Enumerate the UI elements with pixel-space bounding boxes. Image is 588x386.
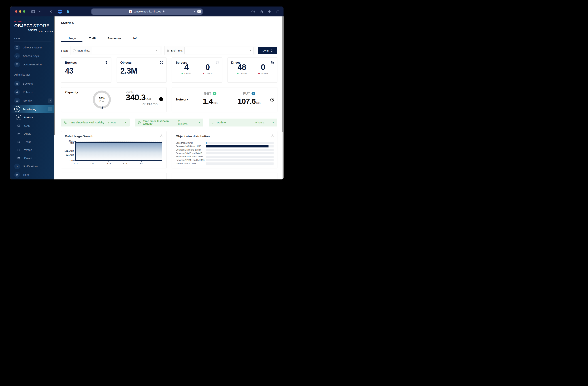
sidebar-toggle-icon[interactable] — [31, 10, 35, 14]
sidebar-item-monitoring[interactable]: Monitoring — [10, 105, 55, 113]
sidebar-item-logs[interactable]: Logs — [10, 122, 55, 130]
sidebar-item-trace[interactable]: Trace — [10, 138, 55, 146]
address-bar[interactable]: console.ns-3.ic.min.dev — [91, 8, 203, 15]
bucket-icon — [105, 61, 108, 64]
audit-icon — [16, 132, 21, 135]
status-bars-row: Time since last Heal Activity 9 hours ✓ … — [61, 119, 277, 126]
end-time-group: End Time: — [164, 46, 256, 55]
back-icon[interactable] — [49, 10, 53, 13]
heal-icon — [64, 121, 67, 124]
tab-traffic[interactable]: Traffic — [83, 34, 104, 42]
data-usage-growth-card: Data Usage Growth — [61, 131, 167, 168]
uptime-bar: Uptime 9 hours ✓ — [209, 119, 277, 126]
page-title: Metrics — [61, 21, 277, 25]
page-settings-icon[interactable] — [197, 10, 201, 13]
share-icon[interactable] — [259, 10, 263, 13]
start-time-label: Start Time: — [77, 49, 90, 52]
sidebar-item-access-keys[interactable]: Access Keys — [10, 52, 55, 60]
ghostery-extension-icon[interactable] — [66, 10, 70, 14]
distribution-row: Less than 1024B — [176, 141, 273, 144]
sidebar: MINIO OBJECTSTORE AGPLV3Free Software LI… — [10, 17, 55, 180]
tab-overview-icon[interactable] — [275, 10, 279, 14]
distribution-row: Greater than 512MB — [176, 162, 273, 165]
drives-offline: 0 Offline — [258, 63, 268, 75]
svg-text:7:48: 7:48 — [90, 162, 94, 164]
product-name: OBJECTSTORE — [14, 23, 55, 28]
main-content: Metrics Usage Traffic Resources Info Fil… — [55, 17, 284, 180]
tab-resources[interactable]: Resources — [104, 34, 125, 42]
downloads-icon[interactable] — [251, 10, 255, 14]
sidebar-item-watch[interactable]: Watch — [10, 146, 55, 154]
check-icon: ✓ — [272, 121, 274, 124]
object-size-distribution-card: Object size distribution Less than 1024B… — [172, 131, 277, 168]
logs-icon — [16, 124, 21, 127]
stat-cards-row: Buckets 43 Objects 2.3M Servers — [61, 58, 277, 82]
network-get: GET 1.4GiB — [197, 91, 223, 106]
maximize-window-button[interactable] — [23, 10, 25, 13]
sidebar-item-policies[interactable]: Policies — [10, 88, 55, 96]
partial-cards-row — [61, 173, 277, 180]
servers-offline: 0 Offline — [203, 63, 212, 75]
distribution-row: Between 10MB and 64MB — [176, 151, 273, 155]
lock-icon — [163, 10, 165, 13]
buckets-icon — [14, 81, 20, 86]
online-dot — [182, 73, 183, 74]
svg-text:9:37: 9:37 — [140, 162, 144, 164]
svg-text:239.5: 239.5 — [68, 140, 74, 142]
drives-online: 48 Online — [237, 63, 247, 75]
license-badge: AGPLV3Free Software LICENSE — [28, 29, 55, 33]
window-controls[interactable] — [15, 10, 25, 13]
watch-icon — [16, 148, 21, 151]
download-chart-icon[interactable] — [271, 134, 274, 138]
capacity-donut: 99% Free — [93, 91, 111, 109]
chevron-down-icon — [155, 49, 158, 52]
offline-dot — [258, 73, 260, 74]
drives-icon — [16, 157, 21, 160]
sidebar-item-audit[interactable]: Audit — [10, 130, 55, 138]
sync-button[interactable]: Sync — [258, 47, 277, 54]
metrics-icon — [16, 115, 21, 120]
documentation-icon — [14, 62, 20, 67]
sync-icon — [270, 49, 273, 52]
onepassword-extension-icon[interactable] — [58, 9, 62, 14]
url-text: console.ns-3.ic.min.dev — [134, 10, 161, 13]
sidebar-item-buckets[interactable]: Buckets — [10, 79, 55, 88]
online-dot — [237, 73, 238, 74]
sidebar-item-documentation[interactable]: Documentation — [10, 60, 55, 69]
servers-icon — [215, 61, 219, 64]
minimize-window-button[interactable] — [19, 10, 21, 13]
sidebar-item-identity[interactable]: Identity — [10, 96, 55, 105]
identity-expand-icon[interactable] — [48, 99, 52, 103]
sidebar-item-metrics[interactable]: Metrics — [10, 113, 55, 122]
arrow-up-circle-icon — [213, 92, 216, 95]
end-time-select[interactable] — [184, 47, 254, 54]
sidebar-item-notifications[interactable]: λ Notifications — [10, 162, 55, 171]
capacity-card: Capacity 99% Free Used: 340.3GiB Of: 24.… — [61, 87, 167, 112]
page-scrollbar[interactable] — [282, 17, 284, 180]
uptime-stopwatch-icon — [211, 121, 215, 124]
objects-icon — [160, 61, 164, 64]
browser-titlebar: console.ns-3.ic.min.dev — [10, 6, 284, 17]
sidebar-item-object-browser[interactable]: Object Browser — [10, 43, 55, 52]
chevron-down-icon[interactable] — [39, 10, 41, 13]
distribution-row: Between 1MB and 10MB — [176, 148, 273, 151]
objects-card: Objects 2.3M — [117, 58, 167, 82]
identity-icon — [14, 98, 20, 103]
end-time-label: End Time: — [171, 49, 183, 52]
tab-usage[interactable]: Usage — [61, 34, 83, 42]
mute-icon[interactable] — [193, 10, 196, 13]
new-tab-icon[interactable] — [268, 10, 271, 13]
svg-text:60.5 GiB: 60.5 GiB — [66, 154, 74, 156]
svg-text:GiB: GiB — [70, 142, 74, 144]
end-time-clock-icon — [167, 49, 169, 52]
start-time-select[interactable] — [92, 47, 160, 54]
tiers-icon — [14, 172, 20, 178]
sidebar-item-tiers[interactable]: Tiers — [10, 171, 55, 179]
tab-info[interactable]: Info — [125, 34, 147, 42]
download-chart-icon[interactable] — [160, 134, 164, 138]
close-window-button[interactable] — [15, 10, 17, 13]
sidebar-item-drives[interactable]: Drives — [10, 154, 55, 162]
monitoring-collapse-icon[interactable] — [48, 107, 52, 111]
section-title-user: User — [14, 37, 51, 42]
partial-card — [172, 173, 277, 180]
